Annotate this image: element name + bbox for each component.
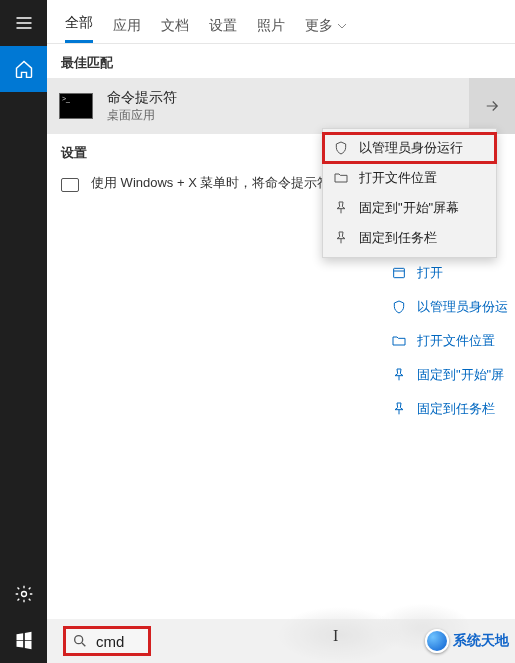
cmd-icon: [59, 93, 93, 119]
action-run-admin[interactable]: 以管理员身份运: [385, 290, 515, 324]
tab-apps[interactable]: 应用: [113, 17, 141, 43]
watermark-logo: 系统天地: [425, 629, 509, 653]
cm-pin-start[interactable]: 固定到"开始"屏幕: [323, 193, 496, 223]
shield-icon: [333, 140, 349, 156]
svg-point-2: [75, 636, 83, 644]
tab-all[interactable]: 全部: [65, 14, 93, 43]
home-button[interactable]: [0, 46, 47, 92]
cm-run-admin[interactable]: 以管理员身份运行: [323, 133, 496, 163]
pin-taskbar-icon: [333, 230, 349, 246]
menu-button[interactable]: [0, 0, 47, 46]
cm-pin-taskbar[interactable]: 固定到任务栏: [323, 223, 496, 253]
search-icon: [72, 633, 88, 649]
settings-button[interactable]: [0, 571, 47, 617]
folder-icon: [391, 333, 407, 349]
tab-settings[interactable]: 设置: [209, 17, 237, 43]
svg-point-0: [21, 592, 26, 597]
windows-start-button[interactable]: [0, 617, 47, 663]
text-cursor-icon: I: [333, 627, 338, 645]
action-pin-start[interactable]: 固定到"开始"屏: [385, 358, 515, 392]
tab-photos[interactable]: 照片: [257, 17, 285, 43]
open-icon: [391, 265, 407, 281]
svg-rect-1: [394, 268, 405, 277]
monitor-icon: [61, 178, 79, 192]
action-open[interactable]: 打开: [385, 256, 515, 290]
chevron-down-icon: [337, 23, 347, 29]
context-menu: 以管理员身份运行 打开文件位置 固定到"开始"屏幕 固定到任务栏: [322, 128, 497, 258]
search-field-wrap[interactable]: [63, 626, 151, 656]
globe-icon: [425, 629, 449, 653]
shield-icon: [391, 299, 407, 315]
pin-start-icon: [333, 200, 349, 216]
pin-start-icon: [391, 367, 407, 383]
tab-more[interactable]: 更多: [305, 17, 347, 43]
cm-open-location[interactable]: 打开文件位置: [323, 163, 496, 193]
search-results-panel: 全部 应用 文档 设置 照片 更多 最佳匹配 命令提示符 桌面应用 设置 使用 …: [47, 0, 515, 663]
folder-icon: [333, 170, 349, 186]
action-open-location[interactable]: 打开文件位置: [385, 324, 515, 358]
tab-docs[interactable]: 文档: [161, 17, 189, 43]
action-pin-taskbar[interactable]: 固定到任务栏: [385, 392, 515, 426]
left-rail: [0, 0, 47, 663]
search-input[interactable]: [96, 633, 142, 650]
pin-taskbar-icon: [391, 401, 407, 417]
filter-tabs: 全部 应用 文档 设置 照片 更多: [47, 0, 515, 44]
